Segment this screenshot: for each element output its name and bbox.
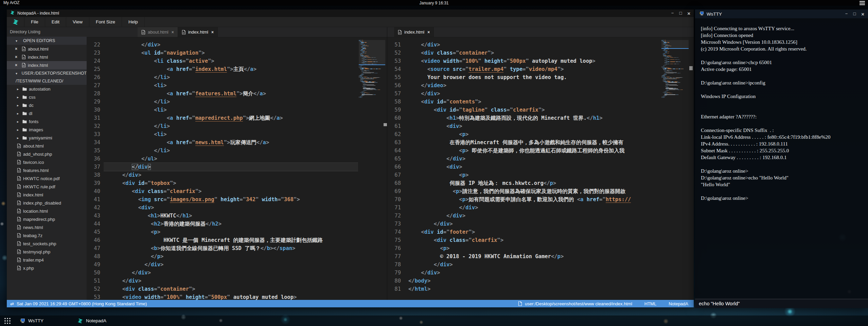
open-editor-item[interactable]: ×index.html bbox=[7, 53, 87, 61]
close-icon[interactable]: × bbox=[427, 30, 430, 35]
file-item[interactable]: trailer.mp4 bbox=[7, 256, 87, 264]
close-icon[interactable]: × bbox=[15, 63, 19, 68]
minimap[interactable] bbox=[359, 40, 385, 98]
taskbar-item-notepada[interactable]: NotepadA bbox=[77, 315, 106, 326]
close-icon[interactable]: × bbox=[687, 11, 690, 16]
editor-tab-about.html[interactable]: about.html× bbox=[138, 27, 178, 37]
open-editor-item[interactable]: ×index.html bbox=[7, 61, 87, 69]
notepada-window: NotepadA - index.html − □ × FileEditView… bbox=[7, 9, 694, 307]
minimize-icon[interactable]: − bbox=[845, 12, 848, 17]
code-line: </div> bbox=[404, 220, 661, 228]
file-icon bbox=[17, 184, 21, 189]
code-line: <div id="footer"> bbox=[404, 228, 661, 236]
file-item[interactable]: index.php_disabled bbox=[7, 199, 87, 207]
folder-item-images[interactable]: ▸images bbox=[7, 126, 87, 134]
scrollbar-thumb[interactable] bbox=[384, 123, 387, 126]
folder-item-autostation[interactable]: ▸autostation bbox=[7, 85, 87, 93]
code-line: <p> bbox=[404, 130, 661, 138]
wstty-icon bbox=[699, 11, 704, 17]
code-line: </div> bbox=[104, 41, 358, 49]
editor-tab-index.html[interactable]: index.html× bbox=[394, 27, 434, 37]
file-item[interactable]: mapredirect.php bbox=[7, 215, 87, 223]
minimap[interactable] bbox=[661, 40, 689, 98]
file-icon bbox=[17, 217, 21, 222]
close-icon[interactable]: × bbox=[15, 46, 19, 51]
folder-item-yamiyamimi[interactable]: ▸yamiyamimi bbox=[7, 134, 87, 142]
status-datetime: Sat Jan 09 2021 16:29:49 GMT+0800 (Hong … bbox=[17, 301, 147, 306]
taskbar-item-wstty[interactable]: WsTTY bbox=[19, 315, 43, 326]
status-language[interactable]: HTML bbox=[644, 301, 656, 306]
terminal-line: Subnet Mask . . . . . . . . . . . : 255.… bbox=[701, 147, 862, 154]
open-editor-item[interactable]: ×about.html bbox=[7, 45, 87, 53]
code-line: <div> bbox=[104, 204, 358, 212]
menu-item-view[interactable]: View bbox=[66, 17, 89, 27]
terminal-input[interactable]: echo "Hello World" bbox=[695, 299, 868, 308]
file-item[interactable]: teabag.7z bbox=[7, 231, 87, 239]
folder-item-dl[interactable]: ▸dl bbox=[7, 109, 87, 117]
folder-icon bbox=[22, 103, 27, 107]
scrollbar-thumb[interactable] bbox=[689, 66, 693, 70]
file-item[interactable]: x.php bbox=[7, 264, 87, 272]
file-item[interactable]: testmysql.php bbox=[7, 248, 87, 256]
file-item[interactable]: location.html bbox=[7, 207, 87, 215]
hamburger-icon[interactable] bbox=[860, 1, 865, 6]
file-item[interactable]: HKWTC rule.pdf bbox=[7, 183, 87, 191]
file-icon bbox=[17, 168, 21, 173]
file-item[interactable]: index.html bbox=[7, 191, 87, 199]
code-area[interactable]: </div> <ul id="navigation"> <li class="a… bbox=[104, 37, 358, 300]
menu-item-help[interactable]: Help bbox=[122, 17, 145, 27]
code-area[interactable]: </div> <div class="container"> <video wi… bbox=[404, 37, 661, 300]
maximize-icon[interactable]: □ bbox=[679, 11, 682, 16]
close-icon[interactable]: × bbox=[861, 12, 864, 17]
file-icon bbox=[182, 30, 186, 35]
maximize-icon[interactable]: □ bbox=[853, 12, 856, 17]
file-icon bbox=[17, 225, 21, 230]
file-item[interactable]: news.html bbox=[7, 223, 87, 231]
wstty-titlebar[interactable]: WsTTY − □ × bbox=[695, 9, 868, 18]
workspace-section-line2[interactable]: /TEST/WWW CLEANED/ bbox=[7, 77, 87, 85]
file-icon bbox=[17, 143, 21, 148]
chevron-right-icon: ▸ bbox=[17, 128, 21, 132]
close-icon[interactable]: × bbox=[172, 30, 174, 35]
file-item[interactable]: HKWTC notice.pdf bbox=[7, 174, 87, 183]
code-line: <h1>特別為建築及鐵路而設，現代化的 Minecraft 世界.</h1> bbox=[404, 114, 661, 122]
folder-icon bbox=[22, 136, 27, 140]
folder-item-css[interactable]: ▸css bbox=[7, 93, 87, 101]
file-item[interactable]: add_vhost.php bbox=[7, 150, 87, 158]
close-icon[interactable]: × bbox=[15, 55, 19, 59]
file-item[interactable]: about.html bbox=[7, 142, 87, 150]
folder-item-fonts[interactable]: ▸fonts bbox=[7, 117, 87, 126]
editor-pane-left: about.html×index.html× 22232425262728293… bbox=[87, 27, 387, 300]
open-editors-section[interactable]: ▾ OPEN EDITORS bbox=[7, 37, 87, 45]
code-line: </div> bbox=[104, 163, 358, 171]
minimize-icon[interactable]: − bbox=[671, 11, 674, 16]
file-item[interactable]: features.html bbox=[7, 166, 87, 174]
code-line: <b>你知道我們全線伺服器已轉用 SSD 了嗎？</b></span> bbox=[104, 244, 358, 252]
folder-item-dc[interactable]: ▸dc bbox=[7, 101, 87, 109]
menu-item-font-size[interactable]: Font Size bbox=[89, 17, 122, 27]
code-line: <source src="trailer.mp4" type="video/mp… bbox=[404, 65, 661, 73]
editor-tab-index.html[interactable]: index.html× bbox=[178, 27, 218, 37]
line-number-gutter[interactable]: 2223242526272829303132333435363738394041… bbox=[87, 37, 104, 300]
file-item[interactable]: favicon.ico bbox=[7, 158, 87, 166]
line-number-gutter[interactable]: 5152535455565758596061626364656667686970… bbox=[387, 37, 404, 300]
app-grid-icon[interactable] bbox=[4, 318, 11, 326]
menu-item-file[interactable]: File bbox=[24, 17, 45, 27]
code-line: <p>請注意，我們的伺服器為確保玩家及遊玩時的質素，我們對的服器開啟 bbox=[404, 187, 661, 195]
notepada-titlebar[interactable]: NotepadA - index.html − □ × bbox=[7, 9, 694, 17]
minimap-cursor-line bbox=[661, 48, 689, 49]
code-line: <a href="mapredirect.php">網上地圖</a> bbox=[104, 114, 358, 122]
code-line: <div> bbox=[404, 122, 661, 130]
code-line: <p> bbox=[404, 171, 661, 179]
terminal-line bbox=[701, 52, 862, 59]
workspace-section[interactable]: ▾ USER:/DESKTOP/SCREENSHOT bbox=[7, 69, 87, 77]
file-icon bbox=[22, 46, 26, 51]
code-line: <div> bbox=[404, 163, 661, 171]
close-icon[interactable]: × bbox=[211, 30, 214, 35]
code-line: <li> bbox=[104, 106, 358, 114]
code-line: </div> bbox=[104, 171, 358, 179]
file-item[interactable]: test_sockets.php bbox=[7, 239, 87, 248]
terminal-line: Active code page: 65001 bbox=[701, 66, 862, 73]
menu-item-edit[interactable]: Edit bbox=[45, 17, 66, 27]
code-line: <li class="active"> bbox=[104, 57, 358, 65]
